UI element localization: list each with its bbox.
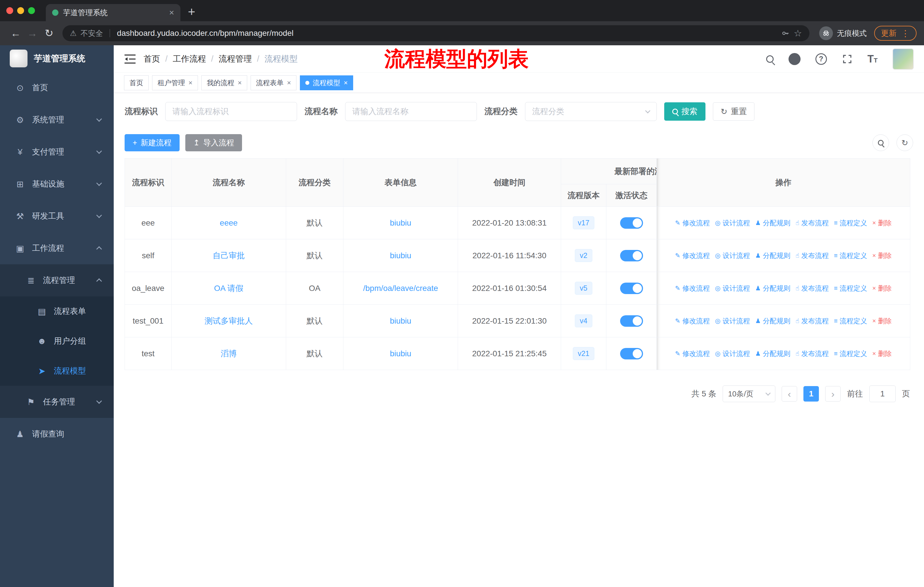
hamburger-fold-icon[interactable] xyxy=(124,54,136,64)
tab-close-icon[interactable]: × xyxy=(169,8,174,18)
assign-rule-link[interactable]: ♟分配规则 xyxy=(755,218,790,228)
publish-process-link[interactable]: ☝发布流程 xyxy=(795,349,828,358)
help-icon[interactable]: ? xyxy=(815,53,827,65)
close-icon[interactable]: × xyxy=(238,79,242,87)
sidebar-item-infrastructure[interactable]: ⊞基础设施 xyxy=(0,168,114,200)
active-toggle[interactable] xyxy=(620,348,643,359)
sidebar-item-process-model[interactable]: ➤流程模型 xyxy=(0,356,114,386)
sidebar-item-payment-mgmt[interactable]: ¥支付管理 xyxy=(0,136,114,168)
modify-process-link[interactable]: ✎修改流程 xyxy=(675,316,710,326)
publish-process-link[interactable]: ☝发布流程 xyxy=(795,251,828,260)
zoom-window-button[interactable] xyxy=(28,7,35,14)
modify-process-link[interactable]: ✎修改流程 xyxy=(675,284,710,293)
process-id-input[interactable] xyxy=(165,102,297,121)
sidebar-item-task-mgmt[interactable]: ⚑任务管理 xyxy=(0,386,114,418)
process-definition-link[interactable]: ≡流程定义 xyxy=(834,284,867,293)
update-button[interactable]: 更新 ⋮ xyxy=(874,26,917,41)
browser-tab[interactable]: 芋道管理系统 × xyxy=(46,4,180,21)
form-info-link[interactable]: biubiu xyxy=(390,349,411,358)
assign-rule-link[interactable]: ♟分配规则 xyxy=(755,316,790,326)
github-icon[interactable] xyxy=(789,53,800,65)
close-window-button[interactable] xyxy=(6,7,13,14)
create-process-button[interactable]: + 新建流程 xyxy=(125,134,180,151)
process-name-link[interactable]: 滔博 xyxy=(221,349,237,358)
assign-rule-link[interactable]: ♟分配规则 xyxy=(755,349,790,358)
new-tab-button[interactable]: + xyxy=(188,5,195,19)
sidebar-item-process-mgmt[interactable]: ≣流程管理 xyxy=(0,264,114,296)
forward-icon[interactable]: → xyxy=(24,27,41,39)
sidebar-logo[interactable]: 芋道管理系统 xyxy=(0,45,114,72)
publish-process-link[interactable]: ☝发布流程 xyxy=(795,218,828,228)
breadcrumb-workflow[interactable]: 工作流程 xyxy=(173,53,206,65)
modify-process-link[interactable]: ✎修改流程 xyxy=(675,349,710,358)
view-tab-home[interactable]: 首页 xyxy=(124,75,148,90)
breadcrumb-home[interactable]: 首页 xyxy=(144,53,160,65)
reset-button[interactable]: ↻ 重置 xyxy=(713,103,754,121)
sidebar-item-workflow[interactable]: ▣工作流程 xyxy=(0,232,114,264)
modify-process-link[interactable]: ✎修改流程 xyxy=(675,251,710,260)
design-process-link[interactable]: ◎设计流程 xyxy=(715,251,750,260)
prev-page-button[interactable]: ‹ xyxy=(782,386,797,402)
design-process-link[interactable]: ◎设计流程 xyxy=(715,316,750,326)
process-name-link[interactable]: 自己审批 xyxy=(213,251,245,260)
process-definition-link[interactable]: ≡流程定义 xyxy=(834,218,867,228)
close-icon[interactable]: × xyxy=(344,79,348,87)
search-icon[interactable] xyxy=(766,55,774,63)
delete-link[interactable]: ×删除 xyxy=(872,284,892,293)
security-warning-icon[interactable]: ⚠ xyxy=(70,29,76,38)
form-info-link[interactable]: biubiu xyxy=(390,218,411,227)
menu-kebab-icon[interactable]: ⋮ xyxy=(901,28,910,38)
assign-rule-link[interactable]: ♟分配规则 xyxy=(755,284,790,293)
active-toggle[interactable] xyxy=(620,315,643,327)
design-process-link[interactable]: ◎设计流程 xyxy=(715,218,750,228)
process-category-select[interactable]: 流程分类 xyxy=(525,102,657,121)
form-info-link[interactable]: biubiu xyxy=(390,251,411,260)
address-bar[interactable]: ⚠ 不安全 dashboard.yudao.iocoder.cn/bpm/man… xyxy=(63,25,809,41)
view-tab-process-model[interactable]: 流程模型× xyxy=(300,75,353,90)
breadcrumb-process-mgmt[interactable]: 流程管理 xyxy=(219,53,252,65)
sidebar-item-home[interactable]: ⊙首页 xyxy=(0,72,114,104)
sidebar-item-process-form[interactable]: ▤流程表单 xyxy=(0,296,114,326)
assign-rule-link[interactable]: ♟分配规则 xyxy=(755,251,790,260)
process-definition-link[interactable]: ≡流程定义 xyxy=(834,251,867,260)
active-toggle[interactable] xyxy=(620,283,643,294)
process-definition-link[interactable]: ≡流程定义 xyxy=(834,349,867,358)
delete-link[interactable]: ×删除 xyxy=(872,349,892,358)
process-name-link[interactable]: eeee xyxy=(220,218,238,227)
sidebar-item-dev-tools[interactable]: ⚒研发工具 xyxy=(0,200,114,232)
view-tab-my-process[interactable]: 我的流程× xyxy=(201,75,247,90)
fullscreen-icon[interactable] xyxy=(842,54,853,64)
goto-page-input[interactable] xyxy=(869,385,896,402)
process-name-link[interactable]: 测试多审批人 xyxy=(205,316,253,325)
active-toggle[interactable] xyxy=(620,250,643,261)
back-icon[interactable]: ← xyxy=(7,27,24,39)
form-info-link[interactable]: /bpm/oa/leave/create xyxy=(363,284,438,293)
user-avatar[interactable] xyxy=(893,48,914,69)
delete-link[interactable]: ×删除 xyxy=(872,251,892,260)
close-icon[interactable]: × xyxy=(188,79,193,87)
next-page-button[interactable]: › xyxy=(825,386,841,402)
view-tab-tenant-mgmt[interactable]: 租户管理× xyxy=(152,75,198,90)
process-name-input[interactable] xyxy=(345,102,477,121)
delete-link[interactable]: ×删除 xyxy=(872,316,892,326)
import-process-button[interactable]: ↥ 导入流程 xyxy=(185,134,242,151)
bookmark-star-icon[interactable]: ☆ xyxy=(794,28,802,39)
refresh-table-button[interactable]: ↻ xyxy=(896,134,913,151)
close-icon[interactable]: × xyxy=(287,79,291,87)
process-definition-link[interactable]: ≡流程定义 xyxy=(834,316,867,326)
page-size-select[interactable]: 10条/页 xyxy=(723,385,776,402)
delete-link[interactable]: ×删除 xyxy=(872,218,892,228)
sidebar-item-user-group[interactable]: ☻用户分组 xyxy=(0,326,114,356)
design-process-link[interactable]: ◎设计流程 xyxy=(715,349,750,358)
key-icon[interactable] xyxy=(781,29,790,38)
sidebar-item-system-mgmt[interactable]: ⚙系统管理 xyxy=(0,104,114,136)
current-page-button[interactable]: 1 xyxy=(804,386,819,402)
design-process-link[interactable]: ◎设计流程 xyxy=(715,284,750,293)
publish-process-link[interactable]: ☝发布流程 xyxy=(795,284,828,293)
toggle-search-button[interactable] xyxy=(873,134,889,151)
search-button[interactable]: 搜索 xyxy=(664,103,705,121)
view-tab-process-form[interactable]: 流程表单× xyxy=(251,75,297,90)
form-info-link[interactable]: biubiu xyxy=(390,316,411,325)
font-size-icon[interactable]: TT xyxy=(868,54,878,64)
sidebar-item-leave-query[interactable]: ♟请假查询 xyxy=(0,418,114,450)
